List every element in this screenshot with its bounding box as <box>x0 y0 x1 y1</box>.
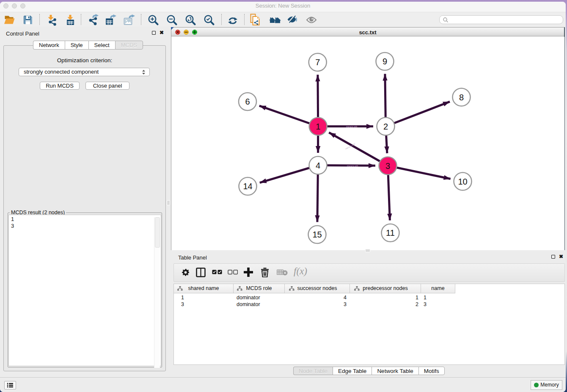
svg-text:interacts with: interacts with <box>347 165 358 167</box>
svg-text:7: 7 <box>315 58 320 67</box>
svg-text:9: 9 <box>383 57 387 66</box>
svg-text:14: 14 <box>243 182 252 191</box>
svg-text:1: 1 <box>316 122 320 131</box>
svg-text:2: 2 <box>383 122 388 131</box>
svg-text:3: 3 <box>385 161 390 171</box>
svg-text:interacts with: interacts with <box>346 126 358 128</box>
svg-text:11: 11 <box>386 228 395 237</box>
svg-text:10: 10 <box>458 177 467 186</box>
svg-text:8: 8 <box>459 93 464 102</box>
svg-text:15: 15 <box>312 230 322 239</box>
svg-text:4: 4 <box>316 161 320 170</box>
svg-text:6: 6 <box>245 97 250 106</box>
